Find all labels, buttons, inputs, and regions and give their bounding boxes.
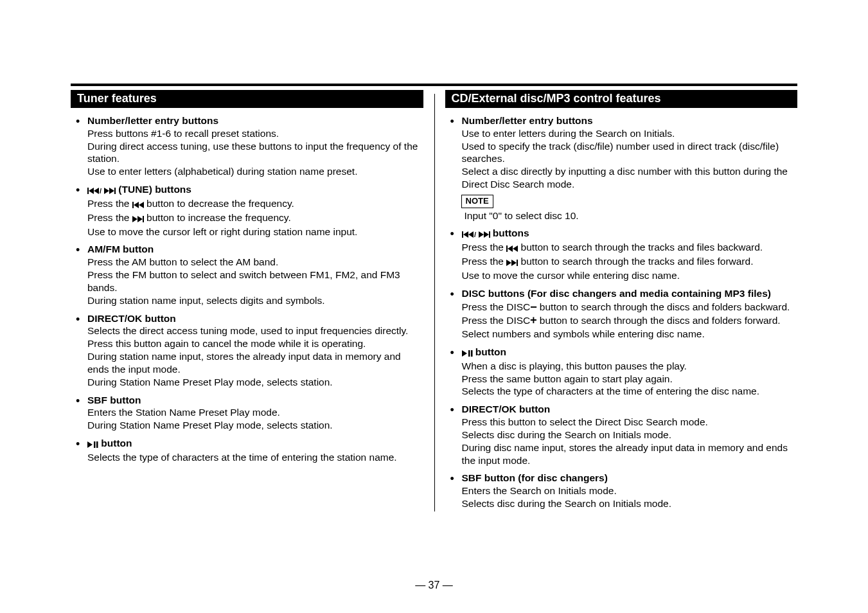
list-item: Number/letter entry buttonsPress buttons… xyxy=(87,114,423,178)
feature-title: SBF button (for disc changers) xyxy=(462,472,608,483)
list-item: DIRECT/OK buttonPress this button to sel… xyxy=(462,403,798,466)
feature-body: Use to enter letters during the Search o… xyxy=(462,128,798,222)
feature-title: DISC buttons (For disc changers and medi… xyxy=(462,288,771,299)
prev-next-icon xyxy=(462,228,490,241)
right-column: CD/External disc/MP3 control features Nu… xyxy=(445,90,798,510)
feature-title: SBF button xyxy=(87,395,141,405)
left-column: Tuner features Number/letter entry butto… xyxy=(71,90,423,510)
feature-body: Selects the type of characters at the ti… xyxy=(87,452,397,463)
list-item: DIRECT/OK buttonSelects the direct acces… xyxy=(87,312,423,389)
note-text: Input "0" to select disc 10. xyxy=(465,209,798,222)
note-block: NOTE xyxy=(461,192,798,209)
feature-body: Selects the direct access tuning mode, u… xyxy=(87,325,408,387)
feature-title: Number/letter entry buttons xyxy=(87,115,218,126)
page-number: — 37 — xyxy=(0,580,868,591)
disc-symbol: − xyxy=(530,300,536,313)
next-icon xyxy=(506,256,518,269)
prev-icon xyxy=(506,242,518,255)
feature-body: Press the button to decrease the frequen… xyxy=(87,198,357,237)
feature-title: button xyxy=(87,438,132,449)
feature-title: Number/letter entry buttons xyxy=(462,115,593,126)
list-item: buttonWhen a disc is playing, this butto… xyxy=(462,346,798,398)
feature-body: Press buttons #1-6 to recall preset stat… xyxy=(87,128,418,177)
list-item: (TUNE) buttonsPress the button to decrea… xyxy=(87,183,423,238)
list-item: Number/letter entry buttonsUse to enter … xyxy=(462,114,798,222)
feature-title: DIRECT/OK button xyxy=(87,313,176,324)
play-pause-icon xyxy=(87,438,98,451)
list-item: AM/FM buttonPress the AM button to selec… xyxy=(87,243,423,306)
disc-symbol: + xyxy=(530,314,536,326)
feature-title: button xyxy=(462,346,507,357)
list-item: buttonSelects the type of characters at … xyxy=(87,437,423,464)
list-item: DISC buttons (For disc changers and medi… xyxy=(462,287,798,341)
prev-next-icon xyxy=(87,184,116,197)
list-item: SBF button (for disc changers)Enters the… xyxy=(462,472,798,510)
section-header-tuner: Tuner features xyxy=(71,90,423,108)
feature-body: Enters the Station Name Preset Play mode… xyxy=(87,407,333,431)
top-rule xyxy=(71,84,797,86)
feature-body: When a disc is playing, this button paus… xyxy=(462,360,760,397)
section-header-cd: CD/External disc/MP3 control features xyxy=(445,90,798,108)
cd-feature-list: Number/letter entry buttonsUse to enter … xyxy=(445,114,798,510)
feature-body: Press the button to search through the t… xyxy=(462,242,763,281)
feature-title: DIRECT/OK button xyxy=(462,404,551,414)
prev-icon xyxy=(132,199,144,211)
list-item: SBF buttonEnters the Station Name Preset… xyxy=(87,394,423,432)
feature-body: Press the AM button to select the AM ban… xyxy=(87,256,400,305)
feature-title: AM/FM button xyxy=(87,244,154,254)
feature-title: buttons xyxy=(462,227,529,238)
feature-title: (TUNE) buttons xyxy=(87,184,191,195)
tuner-feature-list: Number/letter entry buttonsPress buttons… xyxy=(71,114,423,464)
next-icon xyxy=(132,213,144,226)
feature-body: Press the DISC− button to search through… xyxy=(462,301,790,340)
list-item: buttonsPress the button to search throug… xyxy=(462,227,798,281)
feature-body: Press this button to select the Direct D… xyxy=(462,416,788,465)
play-pause-icon xyxy=(462,347,473,360)
feature-body: Enters the Search on Initials mode.Selec… xyxy=(462,485,672,509)
note-label: NOTE xyxy=(461,195,493,208)
